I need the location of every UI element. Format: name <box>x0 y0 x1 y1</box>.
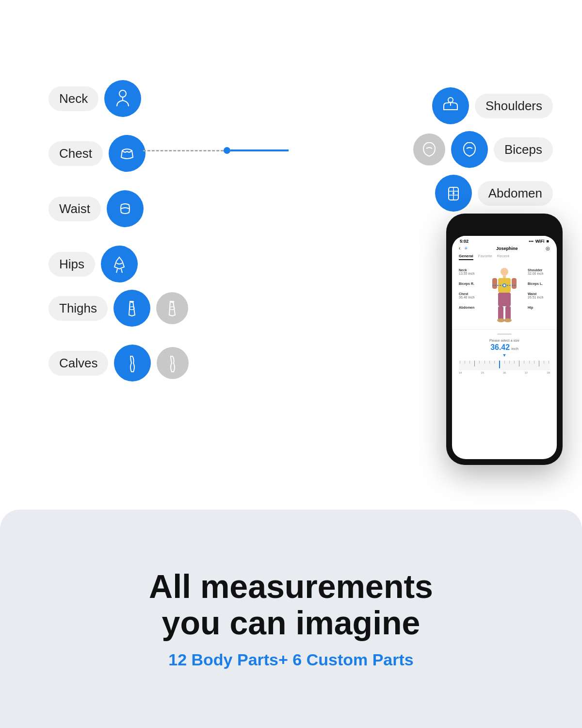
phone-mockup: 5:02 ▪▪▪ WiFi ■ ‹ ⚹ Josephine ◎ <box>446 214 558 465</box>
thighs-item[interactable]: Thighs <box>48 290 188 327</box>
svg-point-13 <box>501 268 508 276</box>
biceps-active-svg <box>459 139 480 160</box>
biceps-icon-inactive <box>413 133 445 165</box>
solid-line <box>230 149 289 151</box>
tab-general[interactable]: General <box>459 254 473 260</box>
shoulders-svg <box>440 95 461 116</box>
human-figure-svg <box>487 266 521 324</box>
biceps-item[interactable]: Biceps <box>413 131 553 168</box>
phone-username: Josephine <box>496 246 518 251</box>
stat-neck: Neck 13.55 inch <box>459 266 481 278</box>
phone-tabs: General Favorite Recent <box>452 254 557 263</box>
phone-notch <box>485 219 524 233</box>
phone-stats-right: Shoulder 32.00 inch Biceps L. Waist 26.5… <box>528 266 550 324</box>
tick-6 <box>485 361 485 364</box>
calves-icon-active <box>114 345 151 381</box>
calves-icon-inactive <box>157 347 189 379</box>
tick-2 <box>465 361 465 364</box>
connector-dot <box>224 147 230 154</box>
size-value: 36.42 <box>490 343 510 352</box>
tick-5 <box>479 361 480 364</box>
neck-icon <box>104 80 141 117</box>
tick-12-major <box>519 361 519 366</box>
ruler-track <box>459 361 550 370</box>
waist-svg <box>114 198 136 219</box>
tab-recent[interactable]: Recent <box>497 254 509 260</box>
main-headline: All measurements you can imagine <box>149 568 433 641</box>
hips-item[interactable]: Hips <box>48 246 138 282</box>
hips-label: Hips <box>48 252 95 277</box>
svg-rect-20 <box>505 306 511 320</box>
sheet-handle <box>497 333 512 335</box>
shoulders-icon <box>432 87 469 124</box>
ruler-labels: 34 35 36 37 38 <box>459 371 550 374</box>
bottom-section: All measurements you can imagine 12 Body… <box>0 510 582 728</box>
abdomen-item[interactable]: Abdomen <box>435 175 553 212</box>
svg-rect-17 <box>512 278 517 289</box>
calves-svg <box>122 352 143 374</box>
size-display: 36.42 inch <box>459 343 550 352</box>
tick-13 <box>524 361 524 364</box>
stat-biceps-l: Biceps L. <box>528 280 550 288</box>
ruler-ticks <box>459 361 550 368</box>
phone-ruler[interactable]: 34 35 36 37 38 <box>459 361 550 380</box>
top-section: Neck Chest Waist <box>0 0 582 510</box>
neck-item[interactable]: Neck <box>48 80 141 117</box>
tick-8 <box>494 361 495 364</box>
svg-line-2 <box>116 269 117 273</box>
calves-inactive-svg <box>162 352 183 374</box>
size-unit: inch <box>511 347 518 351</box>
ruler-label-37: 37 <box>525 371 528 374</box>
tick-7 <box>489 361 490 364</box>
stat-shoulder: Shoulder 32.00 inch <box>528 266 550 278</box>
abdomen-icon <box>435 175 472 212</box>
dashed-line <box>143 150 224 151</box>
tab-favorite[interactable]: Favorite <box>478 254 492 260</box>
svg-rect-18 <box>498 293 511 306</box>
tick-14 <box>529 361 530 364</box>
phone-bottom-sheet: Please select a size 36.42 inch ▼ <box>452 329 557 387</box>
thighs-inactive-svg <box>162 298 183 319</box>
hips-icon <box>101 246 138 282</box>
tick-15 <box>534 361 534 364</box>
biceps-label: Biceps <box>494 137 553 162</box>
chest-icon <box>109 135 146 172</box>
phone-status-bar: 5:02 ▪▪▪ WiFi ■ <box>452 236 557 244</box>
bluetooth-icon: ⚹ <box>464 246 468 251</box>
ruler-indicator <box>499 361 500 368</box>
tick-11 <box>514 361 515 364</box>
stat-chest: Chest 36.46 inch <box>459 290 481 301</box>
waist-item[interactable]: Waist <box>48 190 144 227</box>
tick-16-major <box>539 361 539 366</box>
stat-abdomen: Abdomen <box>459 303 481 312</box>
back-icon[interactable]: ‹ <box>459 246 460 251</box>
tick-10 <box>509 361 510 364</box>
tick-18 <box>549 361 549 364</box>
chest-item[interactable]: Chest <box>48 135 146 172</box>
sub-headline: 12 Body Parts+ 6 Custom Parts <box>168 650 413 669</box>
thighs-icon-active <box>113 290 150 327</box>
size-prompt: Please select a size <box>459 339 550 342</box>
settings-icon[interactable]: ◎ <box>546 246 550 251</box>
stat-hip: Hip <box>528 303 550 312</box>
biceps-icon-active <box>451 131 488 168</box>
biceps-inactive-svg <box>419 139 440 160</box>
shoulders-item[interactable]: Shoulders <box>432 87 553 124</box>
phone-center-area: Neck 13.55 inch Biceps R. Chest 36.46 in… <box>452 263 557 327</box>
phone-stats-left: Neck 13.55 inch Biceps R. Chest 36.46 in… <box>459 266 481 324</box>
thighs-label: Thighs <box>48 296 108 321</box>
svg-rect-14 <box>503 276 506 278</box>
phone-screen: 5:02 ▪▪▪ WiFi ■ ‹ ⚹ Josephine ◎ <box>452 236 557 459</box>
phone-nav: ‹ ⚹ Josephine ◎ <box>452 244 557 254</box>
battery-icon: ■ <box>547 239 549 244</box>
chest-label: Chest <box>48 141 103 166</box>
ruler-label-34: 34 <box>459 371 462 374</box>
tick-4-major <box>474 361 475 366</box>
tick-17 <box>544 361 544 364</box>
calves-item[interactable]: Calves <box>48 345 189 381</box>
wifi-icon: WiFi <box>535 239 545 244</box>
hips-svg <box>109 253 130 275</box>
ruler-label-35: 35 <box>481 371 484 374</box>
phone-nav-left: ‹ ⚹ <box>459 246 468 251</box>
calves-label: Calves <box>48 351 108 376</box>
